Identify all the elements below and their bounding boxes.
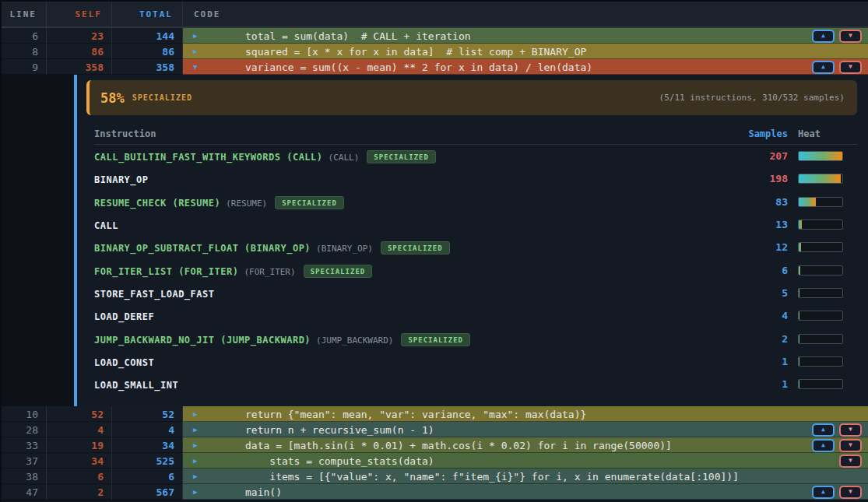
expand-icon[interactable]: ▶ xyxy=(193,48,202,55)
instruction-table: Instruction Samples Heat CALL_BUILTIN_FA… xyxy=(94,123,857,395)
self-samples: 358 xyxy=(47,59,112,75)
column-header-self: SELF xyxy=(47,2,112,26)
instruction-name-cell: BINARY_OP_SUBTRACT_FLOAT (BINARY_OP)(BIN… xyxy=(94,240,714,255)
instruction-name-cell: FOR_ITER_LIST (FOR_ITER)(FOR_ITER)SPECIA… xyxy=(94,263,714,278)
code-cell[interactable]: ▶main()▲▼ xyxy=(183,484,868,500)
jump-up-button[interactable]: ▲ xyxy=(812,439,835,452)
row-nav-buttons: ▼ xyxy=(839,455,862,468)
instruction-base-opcode: (RESUME) xyxy=(226,198,267,209)
instruction-table-header: Instruction Samples Heat xyxy=(94,123,857,145)
code-cell[interactable]: ▼variance = sum((x - mean) ** 2 for x in… xyxy=(183,59,868,75)
instruction-base-opcode: (JUMP_BACKWARD) xyxy=(316,335,393,346)
specialized-stats: (5/11 instructions, 310/532 samples) xyxy=(659,93,845,103)
heat-bar xyxy=(798,174,843,184)
line-number: 28 xyxy=(2,422,47,437)
instruction-name-cell: LOAD_DEREF xyxy=(94,308,714,323)
code-row-line-6[interactable]: 623144▶total = sum(data) # CALL + iterat… xyxy=(2,28,868,44)
jump-down-button[interactable]: ▼ xyxy=(839,439,862,452)
code-row-line-38[interactable]: 3866▶ items = [{"value": x, "name": f"it… xyxy=(2,469,868,484)
column-header-total: TOTAL xyxy=(112,2,183,26)
expand-icon[interactable]: ▶ xyxy=(193,427,202,434)
code-cell[interactable]: ▶ items = [{"value": x, "name": f"item_{… xyxy=(183,469,868,484)
jump-down-button[interactable]: ▼ xyxy=(839,423,862,437)
samples-count: 12 xyxy=(714,241,788,253)
total-samples: 525 xyxy=(112,453,183,469)
code-row-line-37[interactable]: 3734525▶ stats = compute_stats(data)▼ xyxy=(2,453,868,469)
code-row-line-28[interactable]: 2844▶return n + recursive_sum(n - 1)▲▼ xyxy=(2,422,868,437)
samples-count: 1 xyxy=(714,378,788,390)
samples-count: 1 xyxy=(714,356,788,367)
expand-icon[interactable]: ▶ xyxy=(193,33,202,40)
instruction-row: FOR_ITER_LIST (FOR_ITER)(FOR_ITER)SPECIA… xyxy=(94,258,857,281)
instruction-name-cell: BINARY_OP xyxy=(94,171,714,186)
instruction-name-cell: CALL xyxy=(94,217,714,232)
instruction-row: BINARY_OP_SUBTRACT_FLOAT (BINARY_OP)(BIN… xyxy=(94,236,857,258)
jump-down-button[interactable]: ▼ xyxy=(839,30,862,43)
code-cell[interactable]: ▶data = [math.sin(i * 0.01) + math.cos(i… xyxy=(183,437,868,453)
jump-down-button[interactable]: ▼ xyxy=(839,61,862,74)
code-line-text: squared = [x * x for x in data] # list c… xyxy=(245,46,865,58)
instruction-name-cell: RESUME_CHECK (RESUME)(RESUME)SPECIALIZED xyxy=(94,195,714,209)
instruction-name: LOAD_DEREF xyxy=(94,311,154,322)
instruction-row: RESUME_CHECK (RESUME)(RESUME)SPECIALIZED… xyxy=(94,191,857,213)
row-nav-buttons: ▲▼ xyxy=(812,486,862,499)
instruction-row: CALL13 xyxy=(94,213,857,236)
code-row-line-33[interactable]: 331934▶data = [math.sin(i * 0.01) + math… xyxy=(2,437,868,453)
collapse-icon[interactable]: ▼ xyxy=(193,64,202,71)
column-header-samples: Samples xyxy=(714,128,788,139)
instruction-name: STORE_FAST_LOAD_FAST xyxy=(94,289,215,300)
code-cell[interactable]: ▶total = sum(data) # CALL + iteration▲▼ xyxy=(183,28,868,44)
expand-icon[interactable]: ▶ xyxy=(193,489,202,496)
detail-section: 58% SPECIALIZED (5/11 instructions, 310/… xyxy=(2,75,868,406)
total-samples: 6 xyxy=(112,469,183,484)
jump-up-button[interactable]: ▲ xyxy=(812,30,835,43)
heat-bar-fill xyxy=(799,380,799,388)
line-number: 10 xyxy=(2,406,47,422)
code-cell[interactable]: ▶squared = [x * x for x in data] # list … xyxy=(183,44,868,59)
self-samples: 2 xyxy=(47,484,112,500)
instruction-name: BINARY_OP_SUBTRACT_FLOAT (BINARY_OP) xyxy=(94,243,311,254)
specialized-label: SPECIALIZED xyxy=(132,93,192,102)
code-line-text: variance = sum((x - mean) ** 2 for x in … xyxy=(245,61,812,73)
line-number: 37 xyxy=(2,453,47,469)
instruction-name: CALL_BUILTIN_FAST_WITH_KEYWORDS (CALL) xyxy=(94,152,323,163)
heat-bar xyxy=(798,311,843,321)
jump-down-button[interactable]: ▼ xyxy=(839,455,862,468)
heat-bar xyxy=(798,356,843,367)
specialization-banner: 58% SPECIALIZED (5/11 instructions, 310/… xyxy=(86,80,857,115)
heat-bar xyxy=(798,151,843,161)
code-cell[interactable]: ▶return n + recursive_sum(n - 1)▲▼ xyxy=(183,422,868,437)
code-line-text: items = [{"value": x, "name": f"item_{i}… xyxy=(245,471,865,483)
code-row-line-10[interactable]: 105252▶return {"mean": mean, "var": vari… xyxy=(2,406,868,422)
code-line-text: main() xyxy=(245,486,812,498)
jump-down-button[interactable]: ▼ xyxy=(839,486,862,499)
code-rows-top: 623144▶total = sum(data) # CALL + iterat… xyxy=(2,28,868,75)
code-cell[interactable]: ▶return {"mean": mean, "var": variance, … xyxy=(183,406,868,422)
instruction-base-opcode: (BINARY_OP) xyxy=(316,244,373,254)
code-cell[interactable]: ▶ stats = compute_stats(data)▼ xyxy=(183,453,868,469)
jump-up-button[interactable]: ▲ xyxy=(812,486,835,499)
heat-bar-fill xyxy=(799,174,841,183)
samples-count: 6 xyxy=(714,265,788,276)
code-row-line-8[interactable]: 88686▶squared = [x * x for x in data] # … xyxy=(2,44,868,59)
expand-icon[interactable]: ▶ xyxy=(193,411,202,418)
column-header-code: CODE xyxy=(183,2,868,26)
instruction-row: LOAD_CONST1 xyxy=(94,350,857,373)
expand-icon[interactable]: ▶ xyxy=(193,458,202,465)
code-row-line-47[interactable]: 472567▶main()▲▼ xyxy=(2,484,868,500)
instruction-name: FOR_ITER_LIST (FOR_ITER) xyxy=(94,266,238,277)
instruction-name: BINARY_OP xyxy=(94,174,149,185)
heat-bar-fill xyxy=(799,311,799,320)
expand-icon[interactable]: ▶ xyxy=(193,442,202,449)
total-samples: 567 xyxy=(112,484,183,500)
line-number: 6 xyxy=(2,28,47,44)
jump-up-button[interactable]: ▲ xyxy=(812,61,835,74)
jump-up-button[interactable]: ▲ xyxy=(812,423,835,437)
code-line-text: return {"mean": mean, "var": variance, "… xyxy=(245,409,865,420)
expand-icon[interactable]: ▶ xyxy=(193,473,202,480)
code-line-text: stats = compute_stats(data) xyxy=(245,455,839,467)
line-number: 38 xyxy=(2,469,47,484)
total-samples: 52 xyxy=(112,406,183,422)
code-row-line-9[interactable]: 9358358▼variance = sum((x - mean) ** 2 f… xyxy=(2,59,868,75)
code-line-text: return n + recursive_sum(n - 1) xyxy=(245,424,812,436)
